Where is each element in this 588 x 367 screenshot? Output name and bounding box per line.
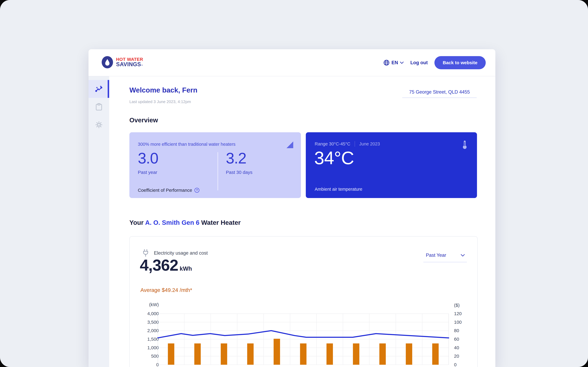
cop-value: 3.0 — [138, 150, 158, 167]
axis-tick: 2,000 — [130, 328, 159, 333]
left-axis-title: (kW) — [130, 302, 159, 307]
cost-bar — [247, 343, 254, 365]
cost-bar — [353, 343, 359, 365]
axis-tick: 4,000 — [130, 311, 159, 316]
address-underline — [402, 98, 477, 98]
axis-tick: 100 — [454, 319, 462, 325]
coefficient-footer: Coefficient of Performance ? — [138, 188, 199, 193]
cost-bar — [379, 343, 386, 365]
logout-button[interactable]: Log out — [410, 60, 428, 66]
right-axis-title: ($) — [454, 303, 460, 308]
cop-stat-past-year: 3.0 Past year — [138, 150, 158, 175]
brand-logo-text: HOT WATER SAVINGS™ — [116, 57, 143, 67]
stat-divider — [218, 152, 218, 190]
usage-line — [158, 331, 449, 338]
page-title: Welcome back, Fern — [130, 86, 197, 94]
temperature-meta: Range 30°C-45°C June 2023 — [315, 141, 380, 147]
chevron-down-icon — [400, 61, 404, 64]
usage-total-value: 4,362 — [140, 256, 178, 274]
property-address-link[interactable]: 75 George Street, QLD 4455 — [402, 89, 477, 98]
usage-total: 4,362 kWh — [140, 256, 192, 274]
axis-tick: 1,500 — [130, 336, 159, 342]
cost-bar — [194, 343, 201, 365]
brand-logo: HOT WATER SAVINGS™ — [101, 56, 143, 68]
screen-background: HOT WATER SAVINGS™ EN — [0, 0, 588, 367]
axis-tick: 20 — [454, 353, 459, 359]
trademark-symbol: ™ — [141, 64, 143, 67]
logo-line1: HOT WATER — [116, 57, 143, 62]
heater-section-heading: Your A. O. Smith Gen 6 Water Heater — [130, 219, 241, 226]
overview-heading: Overview — [130, 117, 158, 124]
property-address: 75 George Street, QLD 4455 — [402, 89, 477, 98]
water-droplet-icon — [101, 56, 113, 68]
cost-bar — [221, 343, 227, 365]
language-selector[interactable]: EN — [383, 59, 404, 66]
usage-total-unit: kWh — [180, 266, 192, 272]
axis-tick: 1,000 — [130, 345, 159, 350]
app-window: HOT WATER SAVINGS™ EN — [88, 49, 495, 367]
header-actions: EN Log out Back to website — [383, 49, 486, 76]
app-header: HOT WATER SAVINGS™ EN — [88, 49, 495, 76]
cost-bar — [406, 343, 412, 365]
sidebar-item-dashboard[interactable] — [88, 80, 109, 98]
axis-tick: 0 — [130, 362, 159, 367]
last-updated: Last updated 3 June 2023, 4:12pm — [130, 100, 191, 104]
electricity-usage-card: Electricity usage and cost Past Year 4,3… — [130, 236, 478, 367]
back-to-website-button[interactable]: Back to website — [434, 56, 486, 69]
cop-stat-past-30-days: 3.2 Past 30 days — [226, 150, 252, 175]
period-selected-value: Past Year — [426, 252, 446, 258]
logo-line2: SAVINGS™ — [116, 62, 143, 67]
thermometer-icon — [461, 140, 468, 150]
axis-tick: 500 — [130, 353, 159, 359]
question-circle-icon[interactable]: ? — [194, 188, 199, 193]
heater-model-link[interactable]: A. O. Smith Gen 6 — [145, 219, 199, 226]
sidebar-nav — [88, 76, 109, 367]
axis-tick: 40 — [454, 345, 459, 350]
cop-label: Past year — [138, 170, 158, 175]
period-selector[interactable]: Past Year — [424, 252, 467, 262]
temperature-range: Range 30°C-45°C — [315, 142, 350, 147]
chevron-down-icon — [461, 254, 465, 257]
gear-icon — [95, 121, 103, 129]
heater-title-suffix: Water Heater — [199, 219, 241, 226]
cost-bar — [300, 343, 307, 365]
ambient-temperature-value: 34°C — [314, 148, 354, 168]
heater-title-prefix: Your — [130, 219, 145, 226]
temperature-month: June 2023 — [359, 142, 380, 147]
axis-tick: 3,500 — [130, 319, 159, 325]
cost-bar — [327, 343, 333, 365]
temperature-caption: Ambient air temperature — [315, 187, 362, 192]
meta-divider — [355, 141, 355, 147]
usage-cost-chart — [158, 314, 449, 365]
axis-tick: 0 — [454, 362, 457, 367]
cop-label: Past 30 days — [226, 170, 252, 175]
usage-average-cost: Average $49.24 /mth* — [140, 287, 192, 293]
axis-tick: 60 — [454, 336, 459, 342]
usage-card-title: Electricity usage and cost — [154, 250, 208, 256]
sidebar-item-reports[interactable] — [88, 98, 109, 116]
cost-bar — [168, 343, 174, 365]
sidebar-item-settings[interactable] — [88, 116, 109, 134]
cost-bar — [432, 343, 439, 365]
cost-bar — [274, 339, 280, 365]
period-underline — [424, 262, 467, 262]
axis-tick: 120 — [454, 311, 462, 316]
coefficient-label: Coefficient of Performance — [138, 188, 192, 193]
ramp-triangle-icon — [286, 141, 294, 149]
axis-tick: 80 — [454, 328, 459, 333]
cop-value: 3.2 — [226, 150, 252, 167]
clipboard-icon — [95, 103, 103, 111]
language-label: EN — [391, 60, 398, 66]
efficiency-caption: 300% more efficient than traditional wat… — [138, 142, 235, 147]
trend-sparkline-icon — [95, 85, 103, 93]
svg-text:?: ? — [196, 189, 198, 192]
temperature-card: Range 30°C-45°C June 2023 34°C Ambient a… — [306, 132, 477, 198]
efficiency-card: 300% more efficient than traditional wat… — [130, 132, 301, 198]
globe-icon — [383, 59, 390, 66]
